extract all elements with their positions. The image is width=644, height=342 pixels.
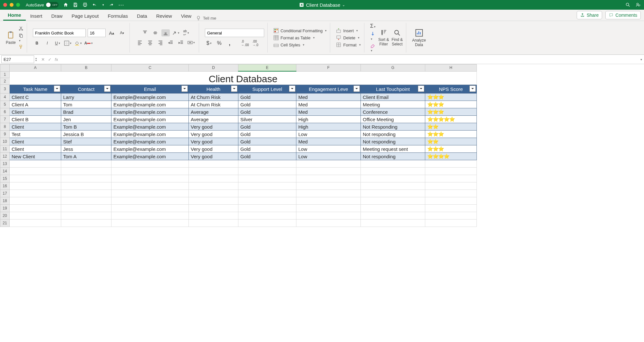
decrease-font-icon[interactable]: A▾ [118,29,126,36]
empty-cell[interactable] [111,212,189,220]
table-header-3[interactable]: Health [189,85,238,93]
cell-touchpoint[interactable]: Not responding [361,131,425,138]
cell-engagement[interactable]: Low [296,145,361,153]
name-box[interactable]: E27 [1,55,34,63]
align-center-icon[interactable] [146,39,154,46]
cell-engagement[interactable]: Low [296,153,361,160]
empty-cell[interactable] [425,175,477,182]
cell-support[interactable]: Gold [238,93,296,101]
empty-cell[interactable] [296,175,361,182]
cell-task[interactable]: Client A [10,101,61,108]
cell-support[interactable]: Gold [238,101,296,108]
paste-button[interactable]: Paste [6,31,16,45]
cell-support[interactable]: Gold [238,153,296,160]
empty-cell[interactable] [111,160,189,168]
row-header-14[interactable]: 14 [0,168,10,175]
empty-cell[interactable] [238,197,296,205]
align-left-icon[interactable] [136,39,144,46]
home-icon[interactable] [63,2,68,7]
empty-cell[interactable] [425,220,477,227]
cell-touchpoint[interactable]: Not responding [361,138,425,145]
empty-cell[interactable] [238,160,296,168]
tab-view[interactable]: View [177,11,196,21]
cell-nps[interactable]: ⭐⭐⭐⭐ [425,153,477,160]
wrap-text-icon[interactable]: ab↩▾ [182,29,190,36]
col-header-E[interactable]: E [238,64,296,72]
cell-nps[interactable]: ⭐⭐⭐ [425,101,477,108]
empty-cell[interactable] [61,205,111,212]
empty-cell[interactable] [238,212,296,220]
col-header-B[interactable]: B [61,64,111,72]
empty-cell[interactable] [189,175,238,182]
cell-contact[interactable]: Brad [61,108,111,116]
cell-task[interactable]: Client [10,138,61,145]
empty-cell[interactable] [296,220,361,227]
cell-nps[interactable]: ⭐⭐⭐ [425,93,477,101]
search-icon[interactable] [625,2,630,7]
table-header-1[interactable]: Contact [61,85,111,93]
empty-cell[interactable] [189,168,238,175]
table-header-0[interactable]: Task Name [10,85,61,93]
align-middle-icon[interactable] [151,29,159,36]
cell-nps[interactable]: ⭐⭐⭐ [425,108,477,116]
col-header-G[interactable]: G [361,64,425,72]
tab-data[interactable]: Data [132,11,152,21]
fill-color-button[interactable]: ▾ [74,40,82,47]
sort-filter-button[interactable]: Sort & Filter [378,29,389,46]
empty-cell[interactable] [296,168,361,175]
cell-task[interactable]: Client [10,108,61,116]
cell-task[interactable]: Test [10,131,61,138]
cell-contact[interactable]: Tom B [61,123,111,131]
filter-button[interactable] [181,85,188,92]
enter-formula-icon[interactable]: ✓ [48,57,52,62]
cell-engagement[interactable]: High [296,123,361,131]
empty-cell[interactable] [61,182,111,190]
comma-format-icon[interactable]: , [226,40,234,47]
tab-review[interactable]: Review [152,11,177,21]
empty-cell[interactable] [10,205,61,212]
cell-engagement[interactable]: Med [296,101,361,108]
cell-task[interactable]: Client [10,145,61,153]
cell-touchpoint[interactable]: Conference [361,108,425,116]
decrease-indent-icon[interactable] [167,39,175,46]
cell-support[interactable]: Gold [238,138,296,145]
empty-cell[interactable] [296,212,361,220]
empty-cell[interactable] [111,175,189,182]
empty-cell[interactable] [189,205,238,212]
empty-cell[interactable] [189,212,238,220]
empty-cell[interactable] [61,168,111,175]
quick-print-icon[interactable] [82,2,88,7]
format-as-table-button[interactable]: Format as Table▾ [274,34,315,41]
formula-input[interactable] [61,56,639,63]
cell-email[interactable]: Example@example.com [111,108,189,116]
row-header-6[interactable]: 6 [0,108,10,116]
table-header-2[interactable]: Email [111,85,189,93]
empty-cell[interactable] [189,182,238,190]
fill-icon[interactable]: ▾ [370,31,375,41]
empty-cell[interactable] [10,190,61,197]
row-header-5[interactable]: 5 [0,101,10,108]
row-header-2[interactable]: 2 [0,78,10,85]
minimize-window[interactable] [10,3,14,7]
number-format-select[interactable] [205,29,264,37]
percent-format-icon[interactable]: % [215,40,224,47]
comments-button[interactable]: Comments [605,11,641,19]
analyze-data-button[interactable]: Analyze Data [412,28,426,47]
find-select-button[interactable]: Find & Select [392,29,403,46]
empty-cell[interactable] [361,168,425,175]
tab-page-layout[interactable]: Page Layout [67,11,103,21]
cell-task[interactable]: Client B [10,116,61,123]
save-icon[interactable] [73,2,78,7]
empty-cell[interactable] [111,182,189,190]
account-icon[interactable] [636,2,641,7]
cell-support[interactable]: Gold [238,131,296,138]
cell-contact[interactable]: Jen [61,116,111,123]
cell-engagement[interactable]: Low [296,131,361,138]
cell-contact[interactable]: Stef [61,138,111,145]
empty-cell[interactable] [361,220,425,227]
undo-more[interactable]: ▾ [102,3,104,6]
empty-cell[interactable] [111,205,189,212]
row-header-21[interactable]: 21 [0,220,10,227]
maximize-window[interactable] [16,3,20,7]
row-header-7[interactable]: 7 [0,116,10,123]
